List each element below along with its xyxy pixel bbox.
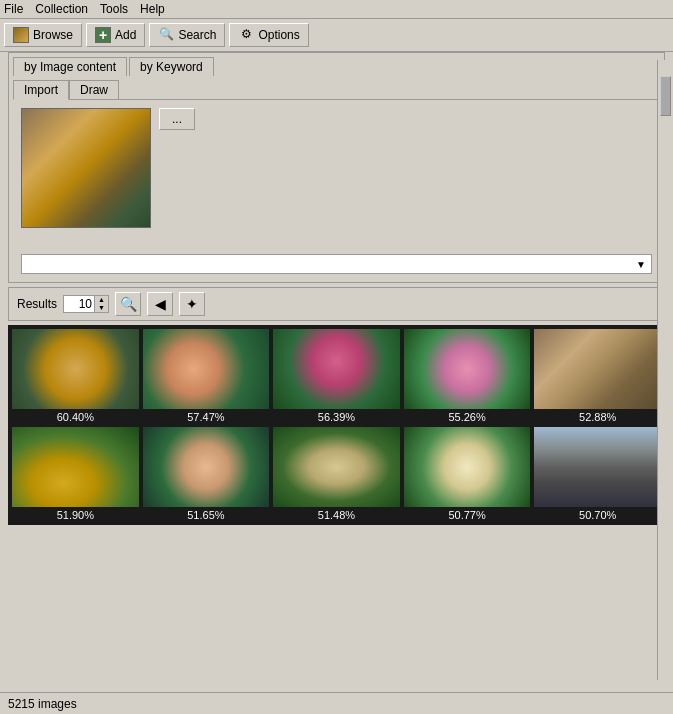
add-button[interactable]: + Add xyxy=(86,23,145,47)
add-label: Add xyxy=(115,28,136,42)
result-image xyxy=(534,427,661,507)
spinner-down[interactable]: ▼ xyxy=(94,304,108,312)
result-image xyxy=(143,329,270,409)
image-area: ... xyxy=(13,100,660,250)
options-icon: ⚙ xyxy=(238,27,254,43)
options-label: Options xyxy=(258,28,299,42)
options-button[interactable]: ⚙ Options xyxy=(229,23,308,47)
result-item[interactable]: 51.65% xyxy=(143,427,270,521)
statusbar: 5215 images xyxy=(0,692,673,714)
category-dropdown[interactable] xyxy=(21,254,652,274)
result-image xyxy=(273,329,400,409)
result-percentage: 50.70% xyxy=(579,509,616,521)
status-text: 5215 images xyxy=(8,697,77,711)
toolbar: Browse + Add 🔍 Search ⚙ Options xyxy=(0,19,673,52)
result-percentage: 57.47% xyxy=(187,411,224,423)
menubar: File Collection Tools Help xyxy=(0,0,673,19)
tab-by-keyword[interactable]: by Keyword xyxy=(129,57,214,76)
result-item[interactable]: 51.48% xyxy=(273,427,400,521)
main-tab-row: by Image content by Keyword xyxy=(13,57,660,76)
results-grid: 60.40%57.47%56.39%55.26%52.88%51.90%51.6… xyxy=(8,325,665,525)
result-image xyxy=(534,329,661,409)
scroll-thumb[interactable] xyxy=(660,76,671,116)
scrollbar[interactable] xyxy=(657,60,673,680)
inner-tab-row: Import Draw xyxy=(13,80,660,100)
results-count-input[interactable]: 10 xyxy=(64,296,94,312)
query-image xyxy=(21,108,151,228)
search-label: Search xyxy=(178,28,216,42)
search-panel: by Image content by Keyword Import Draw … xyxy=(8,52,665,283)
result-image xyxy=(12,329,139,409)
menu-file[interactable]: File xyxy=(4,2,23,16)
browse-icon xyxy=(13,27,29,43)
result-image xyxy=(273,427,400,507)
results-count-spinner[interactable]: 10 ▲ ▼ xyxy=(63,295,109,313)
query-image-inner xyxy=(22,109,150,227)
result-item[interactable]: 52.88% xyxy=(534,329,661,423)
result-percentage: 56.39% xyxy=(318,411,355,423)
result-item[interactable]: 50.70% xyxy=(534,427,661,521)
browse-label: Browse xyxy=(33,28,73,42)
result-item[interactable]: 56.39% xyxy=(273,329,400,423)
result-item[interactable]: 51.90% xyxy=(12,427,139,521)
result-item[interactable]: 50.77% xyxy=(404,427,531,521)
tab-import[interactable]: Import xyxy=(13,80,69,100)
results-bar: Results 10 ▲ ▼ 🔍 ◀ ✦ xyxy=(8,287,665,321)
menu-collection[interactable]: Collection xyxy=(35,2,88,16)
dropdown-wrap xyxy=(21,254,652,274)
next-icon: ✦ xyxy=(186,296,198,312)
next-result-button[interactable]: ✦ xyxy=(179,292,205,316)
search-button[interactable]: 🔍 Search xyxy=(149,23,225,47)
result-item[interactable]: 60.40% xyxy=(12,329,139,423)
result-image xyxy=(12,427,139,507)
result-percentage: 55.26% xyxy=(448,411,485,423)
menu-help[interactable]: Help xyxy=(140,2,165,16)
spinner-up[interactable]: ▲ xyxy=(94,296,108,304)
result-percentage: 51.48% xyxy=(318,509,355,521)
result-image xyxy=(143,427,270,507)
app-window: File Collection Tools Help Browse + Add … xyxy=(0,0,673,714)
result-item[interactable]: 55.26% xyxy=(404,329,531,423)
tab-draw[interactable]: Draw xyxy=(69,80,119,100)
prev-result-button[interactable]: ◀ xyxy=(147,292,173,316)
result-percentage: 60.40% xyxy=(57,411,94,423)
add-icon: + xyxy=(95,27,111,43)
search-execute-button[interactable]: 🔍 xyxy=(115,292,141,316)
browse-image-button[interactable]: ... xyxy=(159,108,195,130)
result-percentage: 50.77% xyxy=(448,509,485,521)
search-execute-icon: 🔍 xyxy=(120,296,137,312)
search-icon: 🔍 xyxy=(158,27,174,43)
result-percentage: 52.88% xyxy=(579,411,616,423)
result-percentage: 51.90% xyxy=(57,509,94,521)
browse-button[interactable]: Browse xyxy=(4,23,82,47)
tab-by-image-content[interactable]: by Image content xyxy=(13,57,127,76)
result-item[interactable]: 57.47% xyxy=(143,329,270,423)
menu-tools[interactable]: Tools xyxy=(100,2,128,16)
results-label: Results xyxy=(17,297,57,311)
dropdown-row xyxy=(13,250,660,278)
result-image xyxy=(404,427,531,507)
result-percentage: 51.65% xyxy=(187,509,224,521)
result-image xyxy=(404,329,531,409)
prev-icon: ◀ xyxy=(155,296,166,312)
